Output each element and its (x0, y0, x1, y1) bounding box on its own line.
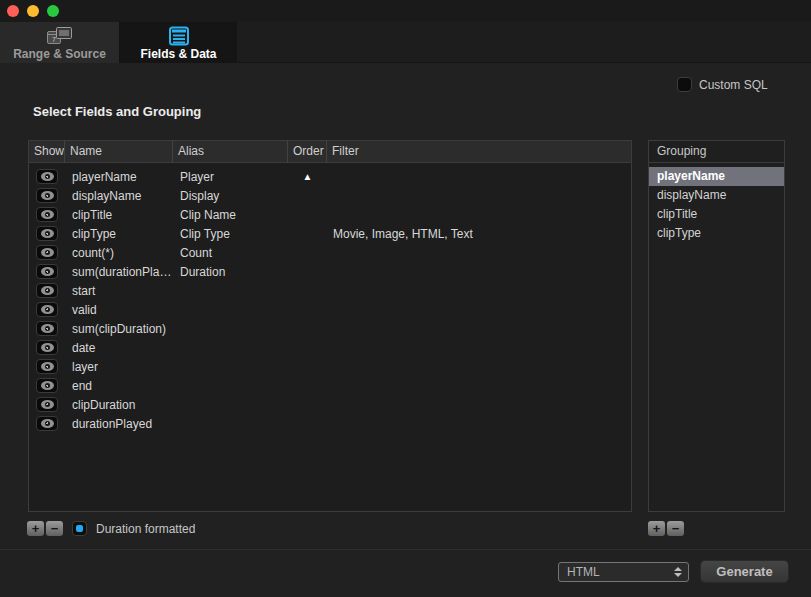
table-row[interactable]: playerName Player ▲ (29, 167, 631, 186)
show-cell (29, 283, 65, 298)
column-header-order[interactable]: Order (288, 141, 327, 162)
list-icon (167, 24, 191, 48)
duration-formatted-checkbox[interactable] (72, 521, 87, 536)
visibility-toggle-button[interactable] (36, 245, 58, 260)
grouping-header: Grouping (649, 141, 784, 163)
field-alias: Clip Type (173, 227, 288, 241)
visibility-toggle-button[interactable] (36, 378, 58, 393)
table-row[interactable]: clipType Clip Type Movie, Image, HTML, T… (29, 224, 631, 243)
remove-grouping-button[interactable]: − (667, 521, 684, 536)
field-name: playerName (65, 170, 173, 184)
column-header-name[interactable]: Name (65, 141, 173, 162)
add-grouping-button[interactable]: + (648, 521, 665, 536)
table-row[interactable]: layer (29, 357, 631, 376)
field-name: durationPlayed (65, 417, 173, 431)
output-format-select[interactable]: HTML (558, 562, 689, 582)
table-row[interactable]: clipTitle Clip Name (29, 205, 631, 224)
svg-text:7: 7 (52, 36, 56, 43)
visibility-toggle-button[interactable] (36, 321, 58, 336)
visibility-toggle-button[interactable] (36, 188, 58, 203)
eye-icon (41, 381, 54, 390)
grouping-list: playerName displayName clipTitle clipTyp… (649, 163, 784, 243)
show-cell (29, 321, 65, 336)
custom-sql-label: Custom SQL (699, 78, 768, 92)
visibility-toggle-button[interactable] (36, 207, 58, 222)
field-name: valid (65, 303, 173, 317)
visibility-toggle-button[interactable] (36, 302, 58, 317)
grouping-item[interactable]: clipType (649, 224, 784, 243)
calendar-display-icon: 7 (46, 24, 73, 48)
grouping-panel: Grouping playerName displayName clipTitl… (648, 140, 785, 512)
visibility-toggle-button[interactable] (36, 226, 58, 241)
field-name: count(*) (65, 246, 173, 260)
table-row[interactable]: sum(durationPla… Duration (29, 262, 631, 281)
visibility-toggle-button[interactable] (36, 340, 58, 355)
visibility-toggle-button[interactable] (36, 416, 58, 431)
add-field-button[interactable]: + (27, 521, 44, 536)
grouping-item[interactable]: clipTitle (649, 205, 784, 224)
field-filter: Movie, Image, HTML, Text (327, 227, 631, 241)
show-cell (29, 245, 65, 260)
sort-order-indicator[interactable]: ▲ (288, 172, 327, 182)
table-row[interactable]: date (29, 338, 631, 357)
eye-icon (41, 172, 54, 181)
eye-icon (41, 267, 54, 276)
field-name: displayName (65, 189, 173, 203)
table-row[interactable]: displayName Display (29, 186, 631, 205)
eye-icon (41, 210, 54, 219)
close-button[interactable] (7, 5, 19, 17)
column-header-filter[interactable]: Filter (327, 141, 631, 162)
title-bar (0, 0, 811, 22)
table-row[interactable]: valid (29, 300, 631, 319)
field-name: start (65, 284, 173, 298)
fields-add-remove-controls: + − (27, 521, 63, 536)
table-row[interactable]: end (29, 376, 631, 395)
tab-range-and-source[interactable]: 7 Range & Source (0, 22, 120, 63)
field-alias: Display (173, 189, 288, 203)
zoom-button[interactable] (47, 5, 59, 17)
visibility-toggle-button[interactable] (36, 169, 58, 184)
visibility-toggle-button[interactable] (36, 359, 58, 374)
grouping-add-remove-controls: + − (648, 521, 684, 536)
show-cell (29, 169, 65, 184)
field-alias: Duration (173, 265, 288, 279)
generate-button[interactable]: Generate (700, 560, 789, 583)
field-alias: Player (173, 170, 288, 184)
column-header-show[interactable]: Show (29, 141, 65, 162)
tab-fields-and-data[interactable]: Fields & Data (120, 22, 237, 63)
fields-table-header: Show Name Alias Order Filter (29, 141, 631, 163)
show-cell (29, 188, 65, 203)
eye-icon (41, 362, 54, 371)
eye-icon (41, 419, 54, 428)
output-format-value: HTML (559, 565, 671, 579)
show-cell (29, 416, 65, 431)
custom-sql-checkbox[interactable] (677, 77, 692, 92)
tab-bar: 7 Range & Source Fields & Data (0, 22, 811, 63)
table-row[interactable]: clipDuration (29, 395, 631, 414)
tab-label: Range & Source (13, 48, 106, 60)
duration-formatted-label: Duration formatted (96, 522, 195, 536)
field-name: end (65, 379, 173, 393)
app-window: 7 Range & Source Fields & Data (0, 0, 811, 597)
visibility-toggle-button[interactable] (36, 397, 58, 412)
tab-label: Fields & Data (140, 48, 216, 60)
show-cell (29, 302, 65, 317)
remove-field-button[interactable]: − (46, 521, 63, 536)
visibility-toggle-button[interactable] (36, 283, 58, 298)
column-header-alias[interactable]: Alias (173, 141, 288, 162)
table-row[interactable]: count(*) Count (29, 243, 631, 262)
visibility-toggle-button[interactable] (36, 264, 58, 279)
table-row[interactable]: start (29, 281, 631, 300)
page-title: Select Fields and Grouping (33, 104, 201, 119)
field-name: clipDuration (65, 398, 173, 412)
field-alias: Clip Name (173, 208, 288, 222)
eye-icon (41, 229, 54, 238)
grouping-item[interactable]: displayName (649, 186, 784, 205)
table-row[interactable]: durationPlayed (29, 414, 631, 433)
grouping-item[interactable]: playerName (649, 167, 784, 186)
show-cell (29, 207, 65, 222)
show-cell (29, 340, 65, 355)
traffic-lights (7, 5, 59, 17)
minimize-button[interactable] (27, 5, 39, 17)
table-row[interactable]: sum(clipDuration) (29, 319, 631, 338)
